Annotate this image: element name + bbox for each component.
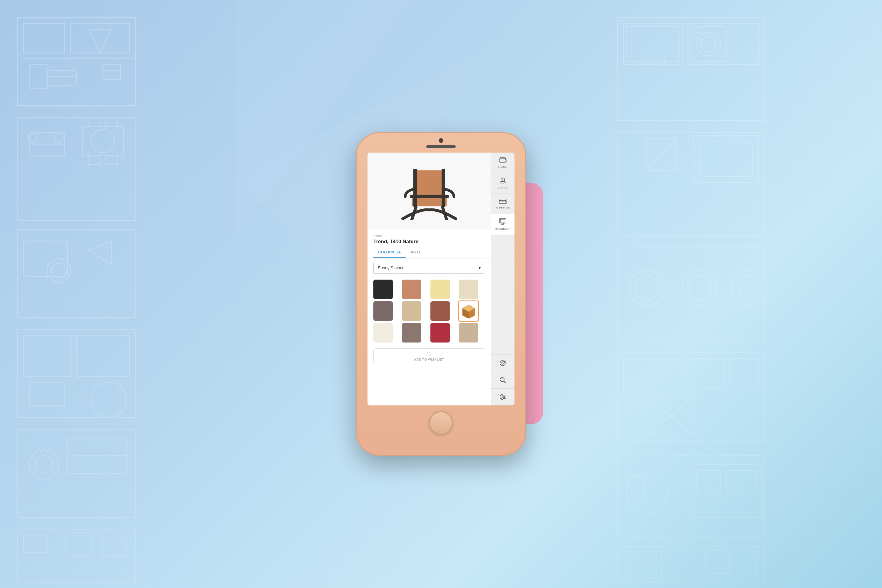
sidebar-search-button[interactable] <box>491 372 514 388</box>
svg-rect-5 <box>47 70 76 85</box>
sidebar-favorites-button[interactable] <box>491 355 514 372</box>
svg-rect-39 <box>103 538 126 556</box>
svg-marker-99 <box>462 308 469 318</box>
svg-marker-7 <box>88 29 112 53</box>
svg-rect-77 <box>706 550 729 573</box>
svg-rect-38 <box>64 532 94 556</box>
svg-rect-18 <box>88 118 100 126</box>
svg-point-56 <box>629 270 664 306</box>
swatch-brown[interactable] <box>402 280 421 299</box>
svg-point-15 <box>54 134 63 142</box>
swatch-light-tan[interactable] <box>459 323 478 342</box>
add-to-wishlist-button[interactable]: ♡ ADD TO WISHLIST <box>374 348 485 363</box>
svg-rect-94 <box>410 195 448 198</box>
svg-rect-43 <box>626 27 679 62</box>
search-icon <box>499 376 506 384</box>
svg-point-60 <box>732 270 767 306</box>
sidebar-spacer <box>491 254 514 354</box>
svg-rect-73 <box>697 470 720 494</box>
sleeping-icon <box>499 198 507 206</box>
svg-marker-97 <box>462 305 475 318</box>
svg-point-61 <box>738 276 762 300</box>
svg-rect-11 <box>18 230 135 318</box>
swatch-3d-orange[interactable] <box>459 302 478 321</box>
svg-rect-30 <box>29 382 64 406</box>
svg-rect-28 <box>76 335 129 376</box>
svg-rect-45 <box>691 27 726 62</box>
wishlist-heart-icon: ♡ <box>427 351 432 357</box>
living-icon <box>499 157 507 164</box>
svg-marker-101 <box>462 305 475 312</box>
tab-color-size[interactable]: COLOR/SIZE <box>374 247 406 258</box>
sidebar-settings-button[interactable] <box>491 388 514 405</box>
svg-rect-71 <box>626 476 644 500</box>
swatch-cream[interactable] <box>459 280 478 299</box>
svg-rect-8 <box>103 64 120 80</box>
svg-point-70 <box>626 473 668 514</box>
svg-rect-65 <box>729 358 759 388</box>
svg-point-58 <box>682 270 717 306</box>
svg-rect-2 <box>70 24 129 53</box>
category-sidebar: LIVING DINING <box>491 153 514 405</box>
svg-point-57 <box>635 276 658 300</box>
color-swatch-grid <box>368 277 491 345</box>
swatch-medium-taupe[interactable] <box>402 323 421 342</box>
dropdown-selected-value: Ebony Stained <box>378 266 405 270</box>
svg-rect-49 <box>617 132 764 235</box>
product-image-area <box>368 153 491 229</box>
finish-dropdown[interactable]: Ebony Stained ▾ <box>374 262 485 274</box>
svg-rect-111 <box>503 201 506 202</box>
swatch-red[interactable] <box>430 323 450 342</box>
dining-icon <box>500 177 506 185</box>
home-button[interactable] <box>429 411 453 435</box>
wishlist-label: ADD TO WISHLIST <box>414 358 444 362</box>
svg-rect-4 <box>29 64 47 88</box>
svg-rect-63 <box>623 358 682 394</box>
sidebar-item-living[interactable]: LIVING <box>491 153 514 173</box>
favorites-icon <box>499 359 507 367</box>
product-info: Color Trend, T410 Nature <box>368 229 491 247</box>
living-label: LIVING <box>498 165 508 168</box>
svg-point-47 <box>701 37 716 51</box>
svg-rect-48 <box>694 28 703 32</box>
app-main-content: Color Trend, T410 Nature COLOR/SIZE INFO… <box>368 153 491 405</box>
svg-point-29 <box>91 382 126 417</box>
svg-rect-53 <box>694 135 759 182</box>
decorate-icon <box>499 218 506 226</box>
svg-point-32 <box>29 450 59 479</box>
swatch-dark[interactable] <box>374 280 393 299</box>
svg-marker-100 <box>469 308 475 318</box>
svg-rect-27 <box>24 335 70 376</box>
phone-screen: Color Trend, T410 Nature COLOR/SIZE INFO… <box>368 153 514 405</box>
svg-rect-21 <box>106 156 118 165</box>
dropdown-chevron-icon: ▾ <box>478 266 481 270</box>
sidebar-item-decorate[interactable]: DECORATE <box>491 214 514 235</box>
svg-rect-102 <box>499 159 506 162</box>
sleeping-label: SLEEPING <box>495 207 510 210</box>
phone-top-area <box>356 132 526 148</box>
svg-rect-75 <box>617 547 764 582</box>
swatch-dark-red-brown[interactable] <box>430 302 450 321</box>
svg-point-59 <box>688 276 711 300</box>
swatch-dark-taupe[interactable] <box>374 302 393 321</box>
svg-rect-54 <box>700 141 753 176</box>
swatch-light-yellow[interactable] <box>430 280 450 299</box>
sidebar-item-dining[interactable]: DINING <box>491 173 514 194</box>
svg-line-122 <box>504 381 506 383</box>
dining-label: DINING <box>498 186 508 189</box>
color-value: Trend, T410 Nature <box>374 239 485 244</box>
color-label: Color <box>374 234 485 238</box>
tab-info[interactable]: INFO <box>406 247 424 258</box>
phone-device: Color Trend, T410 Nature COLOR/SIZE INFO… <box>356 132 526 456</box>
svg-rect-92 <box>413 169 417 207</box>
svg-marker-25 <box>88 241 112 265</box>
svg-point-33 <box>35 456 53 473</box>
sidebar-nav-items: LIVING DINING <box>491 153 514 254</box>
swatch-off-white[interactable] <box>374 323 393 342</box>
svg-rect-93 <box>442 169 445 207</box>
sidebar-item-sleeping[interactable]: SLEEPING <box>491 194 514 214</box>
svg-point-46 <box>697 32 720 56</box>
swatch-tan[interactable] <box>402 302 421 321</box>
product-tabs: COLOR/SIZE INFO <box>368 247 491 258</box>
svg-point-23 <box>47 259 70 282</box>
